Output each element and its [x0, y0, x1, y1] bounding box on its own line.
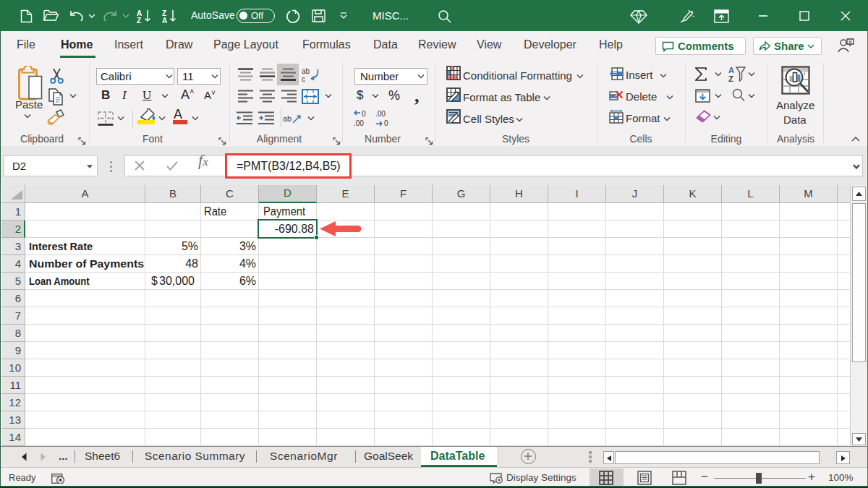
svg-text:A: A [728, 66, 734, 74]
svg-text:c: c [302, 75, 305, 82]
svg-text:0: 0 [384, 119, 388, 127]
svg-text:A: A [162, 17, 167, 24]
svg-text:Z: Z [137, 17, 141, 24]
svg-text:ab: ab [302, 67, 310, 75]
svg-text:.00: .00 [354, 119, 364, 127]
svg-text:Z: Z [728, 74, 733, 82]
svg-text:ab: ab [283, 114, 292, 123]
svg-text:0: 0 [362, 110, 366, 118]
svg-text:.00: .00 [375, 110, 386, 118]
